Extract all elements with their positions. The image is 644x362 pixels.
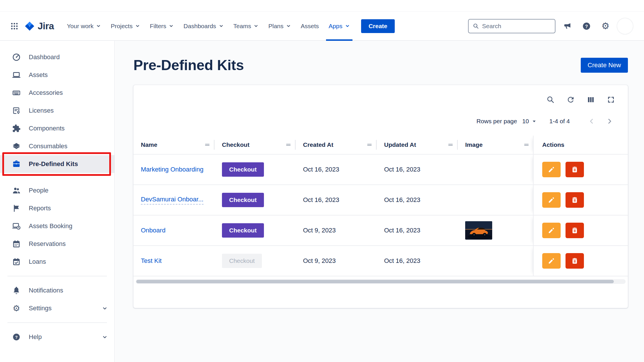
kit-name-link[interactable]: Onboard [141,227,166,234]
rows-per-page-select[interactable]: 10 [522,118,536,125]
actions-cell [533,246,628,276]
kit-name-cell: Marketing Onboarding [133,155,214,184]
checkout-cell: Checkout [214,185,296,215]
drag-handle-icon[interactable] [285,142,292,148]
help-button[interactable]: ? [580,19,593,33]
svg-text:?: ? [15,335,18,340]
checkout-cell: Checkout [214,246,296,276]
global-search[interactable] [468,19,555,33]
nav-item-plans[interactable]: Plans [264,19,295,33]
kit-name-link[interactable]: DevSamurai Onboar... [141,196,204,205]
table-fullscreen-button[interactable] [605,94,617,106]
nav-item-dashboards[interactable]: Dashboards [179,19,228,33]
kit-name-cell: DevSamurai Onboar... [133,185,214,215]
sidebar-item-label: Components [29,125,65,132]
sidebar-item-label: Accessories [29,89,63,97]
sidebar-item-loans[interactable]: Loans [0,253,114,271]
trash-icon [571,196,578,204]
edit-button[interactable] [542,162,561,177]
table-row: Test Kit Checkout Oct 9, 2023 Oct 16, 20… [133,246,628,276]
top-navbar: Jira Your work Projects Filters Dashboar… [0,11,644,41]
sidebar-item-licenses[interactable]: Licenses [0,102,114,120]
sidebar-item-assets-booking[interactable]: Assets Booking [0,217,114,235]
actions-cell [533,185,628,215]
refresh-icon [566,95,575,104]
checkout-button[interactable]: Checkout [222,162,264,177]
drag-handle-icon[interactable] [523,142,530,148]
sidebar-item-reservations[interactable]: Reservations [0,235,114,253]
sidebar-item-people[interactable]: People [0,182,114,199]
nav-item-label: Plans [268,23,283,30]
pencil-icon [548,196,555,204]
svg-text:?: ? [585,24,588,29]
previous-page-button[interactable] [586,115,597,127]
search-input[interactable] [482,23,551,30]
jira-logo[interactable]: Jira [24,21,54,32]
nav-item-your-work[interactable]: Your work [63,19,106,33]
kit-name-link[interactable]: Marketing Onboarding [141,166,204,173]
sidebar-item-pre-defined-kits[interactable]: Pre-Defined Kits [0,155,114,173]
announcements-button[interactable] [561,19,574,33]
sidebar-item-label: Reservations [29,240,66,248]
grid-icon [10,22,19,30]
delete-button[interactable] [566,192,584,208]
sidebar-item-components[interactable]: Components [0,120,114,137]
column-header-updated-at[interactable]: Updated At [377,136,458,154]
create-button[interactable]: Create [361,19,395,33]
edit-button[interactable] [542,192,561,208]
column-header-tools [366,140,377,150]
table-toolbar [133,94,628,106]
sidebar-item-settings[interactable]: ⚙ Settings [0,299,114,317]
delete-button[interactable] [566,223,584,238]
sidebar-item-dashboard[interactable]: Dashboard [0,48,114,66]
nav-item-teams[interactable]: Teams [229,19,263,33]
nav-item-projects[interactable]: Projects [106,19,144,33]
checkout-button[interactable]: Checkout [222,223,264,238]
image-cell [458,215,533,245]
column-header-name[interactable]: Name [133,136,214,154]
drag-handle-icon[interactable] [366,142,373,148]
column-header-created-at[interactable]: Created At [296,136,377,154]
column-label: Updated At [384,141,416,148]
checkout-cell: Checkout [214,215,296,245]
drag-handle-icon[interactable] [447,142,454,148]
scrollbar-thumb[interactable] [136,280,614,283]
column-header-image[interactable]: Image [458,136,533,154]
checkout-button[interactable]: Checkout [222,193,264,207]
sidebar-item-accessories[interactable]: Accessories [0,84,114,102]
column-header-tools [523,142,533,148]
chevron-down-icon [169,24,174,28]
table-refresh-button[interactable] [565,94,577,106]
sidebar-item-reports[interactable]: Reports [0,199,114,217]
delete-button[interactable] [566,162,584,177]
app-switcher-button[interactable] [7,19,21,33]
kit-name-link[interactable]: Test Kit [141,257,162,265]
nav-item-apps[interactable]: Apps [324,19,354,33]
sidebar-item-consumables[interactable]: Consumables [0,137,114,155]
sidebar-item-assets[interactable]: Assets [0,66,114,84]
trash-icon [571,227,578,234]
edit-button[interactable] [542,253,561,269]
sidebar-item-notifications[interactable]: Notifications [0,282,114,299]
settings-button[interactable]: ⚙ [599,19,612,33]
delete-button[interactable] [566,253,584,269]
nav-item-assets[interactable]: Assets [296,19,323,33]
drag-handle-icon[interactable] [204,142,210,148]
trash-icon [571,257,578,265]
horizontal-scrollbar[interactable] [136,279,626,284]
user-avatar[interactable] [618,19,632,34]
pagination-range: 1-4 of 4 [549,118,570,125]
chevron-down-icon [135,24,140,28]
table-search-button[interactable] [545,94,557,106]
create-new-button[interactable]: Create New [581,58,628,73]
edit-button[interactable] [542,223,561,238]
nav-item-filters[interactable]: Filters [145,19,178,33]
column-header-checkout[interactable]: Checkout [214,136,296,154]
primary-nav: Your work Projects Filters Dashboards Te… [63,19,354,33]
column-label: Name [141,141,157,148]
table-columns-button[interactable] [585,94,597,106]
nav-item-label: Your work [67,23,94,30]
next-page-button[interactable] [604,115,615,127]
sidebar-item-help[interactable]: ? Help [0,328,114,346]
bell-icon [12,286,21,295]
